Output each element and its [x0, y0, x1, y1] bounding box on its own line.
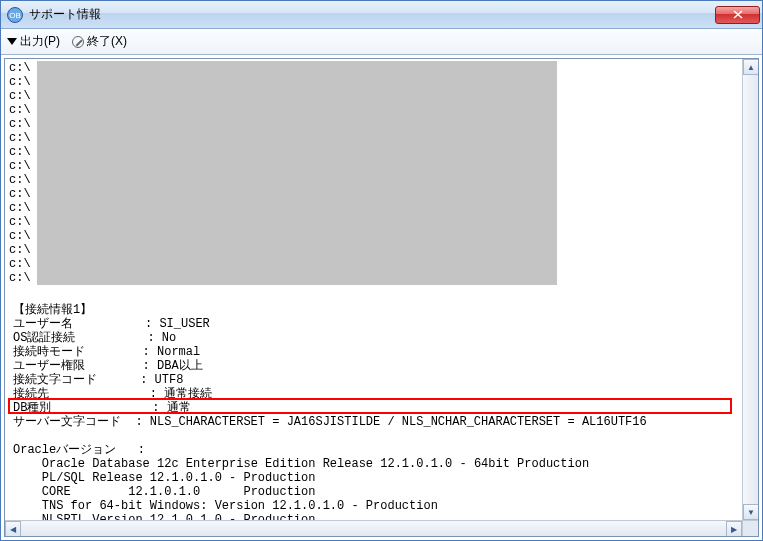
dropdown-icon: [7, 38, 17, 45]
scroll-track-h[interactable]: [21, 521, 726, 536]
exit-label: 終了(X): [87, 33, 127, 50]
redacted-block: [37, 61, 557, 285]
scroll-track-v[interactable]: [743, 75, 758, 504]
exit-menu[interactable]: 終了(X): [72, 33, 127, 50]
scroll-down-button[interactable]: ▼: [743, 504, 759, 520]
connection-info: 【接続情報1】 ユーザー名 : SI_USER OS認証接続 : No 接続時モ…: [9, 287, 651, 520]
scroll-up-button[interactable]: ▲: [743, 59, 759, 75]
conn-header: 【接続情報1】: [13, 303, 92, 317]
titlebar: OB サポート情報: [1, 1, 762, 29]
app-icon: OB: [7, 7, 23, 23]
scroll-corner: [742, 520, 758, 536]
horizontal-scrollbar[interactable]: ◀ ▶: [5, 520, 742, 536]
scroll-left-button[interactable]: ◀: [5, 521, 21, 537]
output-menu[interactable]: 出力(P): [7, 33, 60, 50]
svg-text:OB: OB: [9, 11, 21, 20]
server-charset-row: サーバー文字コード : NLS_CHARACTERSET = JA16SJIST…: [13, 415, 647, 429]
output-label: 出力(P): [20, 33, 60, 50]
content-area: c:\ c:\ c:\ c:\ c:\ c:\ c:\ c:\ c:\ c:\ …: [5, 59, 742, 520]
cancel-icon: [72, 36, 84, 48]
content-frame: c:\ c:\ c:\ c:\ c:\ c:\ c:\ c:\ c:\ c:\ …: [4, 58, 759, 537]
vertical-scrollbar[interactable]: ▲ ▼: [742, 59, 758, 520]
close-button[interactable]: [715, 6, 760, 24]
toolbar: 出力(P) 終了(X): [1, 29, 762, 55]
window-title: サポート情報: [29, 6, 715, 23]
oracle-header: Oracleバージョン: [13, 443, 116, 457]
scroll-right-button[interactable]: ▶: [726, 521, 742, 537]
